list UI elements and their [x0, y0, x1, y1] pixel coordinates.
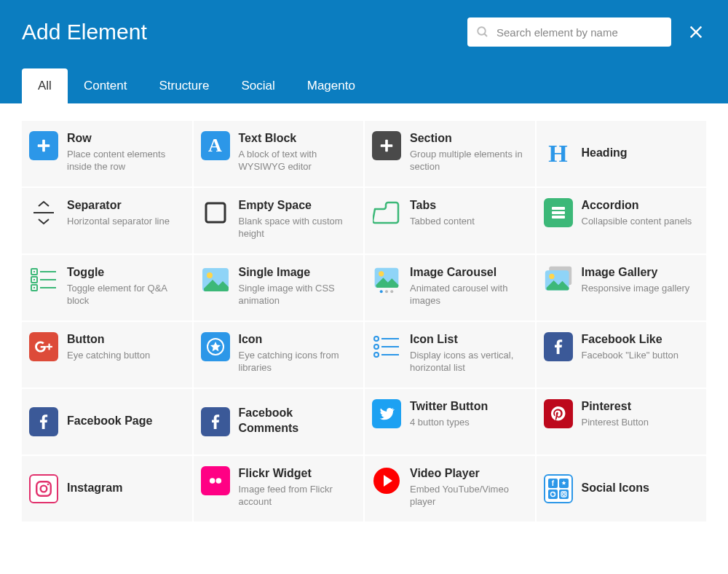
element-description: Toggle element for Q&A block: [67, 282, 185, 307]
image-single-icon: [201, 265, 230, 294]
facebook-icon: [201, 407, 230, 436]
tab-all[interactable]: All: [22, 68, 68, 103]
element-description: Image feed from Flickr account: [239, 483, 357, 508]
element-instagram[interactable]: Instagram: [22, 456, 192, 522]
element-text: Icon ListDisplay icons as vertical, hori…: [410, 332, 528, 374]
element-text: TabsTabbed content: [410, 198, 528, 227]
element-text: Single ImageSingle image with CSS animat…: [239, 265, 357, 307]
icon-list-icon: [372, 332, 401, 361]
close-button[interactable]: [686, 22, 706, 42]
search-box: [467, 17, 671, 47]
element-toggle[interactable]: ToggleToggle element for Q&A block: [22, 255, 192, 321]
plus-dark-icon: [372, 131, 401, 160]
element-tabs[interactable]: TabsTabbed content: [365, 188, 535, 253]
element-title: Row: [67, 131, 185, 146]
separator-icon: [29, 198, 58, 227]
accordion-icon: [544, 198, 573, 227]
svg-point-47: [215, 478, 221, 484]
element-section[interactable]: SectionGroup multiple elements in sectio…: [365, 121, 535, 186]
element-text: ButtonEye catching button: [67, 332, 185, 361]
element-title: Flickr Widget: [239, 466, 357, 481]
element-twitter-button[interactable]: Twitter Button4 button types: [365, 389, 535, 455]
gplus-icon: [29, 332, 58, 361]
svg-point-0: [478, 27, 486, 35]
element-social-icons[interactable]: fSocial Icons: [537, 456, 707, 522]
element-facebook-comments[interactable]: Facebook Comments: [194, 389, 364, 455]
element-image-gallery[interactable]: Image GalleryResponsive image gallery: [537, 255, 707, 321]
element-title: Empty Space: [239, 198, 357, 213]
element-text: PinterestPinterest Button: [582, 399, 700, 428]
element-title: Button: [67, 332, 185, 347]
element-facebook-page[interactable]: Facebook Page: [22, 389, 192, 455]
element-text-block[interactable]: AText BlockA block of text with WYSIWYG …: [194, 121, 364, 186]
tabs: AllContentStructureSocialMagento: [22, 68, 706, 103]
element-flickr-widget[interactable]: Flickr WidgetImage feed from Flickr acco…: [194, 456, 364, 522]
tab-content[interactable]: Content: [68, 68, 143, 103]
element-text: Empty SpaceBlank space with custom heigh…: [239, 198, 357, 240]
element-title: Toggle: [67, 265, 185, 280]
svg-rect-35: [46, 346, 52, 347]
element-accordion[interactable]: AccordionCollapsible content panels: [537, 188, 707, 253]
svg-point-44: [41, 486, 47, 492]
svg-point-46: [209, 478, 215, 484]
svg-rect-5: [38, 144, 50, 147]
empty-square-icon: [201, 198, 230, 227]
element-title: Separator: [67, 198, 185, 213]
element-icon[interactable]: IconEye catching icons from libraries: [194, 322, 364, 388]
svg-rect-7: [381, 144, 393, 147]
element-text: Facebook Comments: [239, 406, 357, 438]
image-carousel-icon: [372, 265, 401, 294]
close-icon: [688, 24, 704, 40]
element-text: Facebook LikeFacebook "Like" button: [582, 332, 700, 361]
search-input[interactable]: [467, 17, 671, 47]
element-facebook-like[interactable]: Facebook LikeFacebook "Like" button: [537, 322, 707, 388]
svg-point-39: [374, 345, 379, 349]
element-title: Heading: [582, 146, 700, 161]
element-title: Pinterest: [582, 399, 700, 414]
element-description: Embed YouTube/Vimeo player: [410, 483, 528, 508]
element-title: Image Gallery: [582, 265, 700, 280]
tab-magento[interactable]: Magento: [291, 68, 371, 103]
element-title: Icon: [239, 332, 357, 347]
element-icon-list[interactable]: Icon ListDisplay icons as vertical, hori…: [365, 322, 535, 388]
element-description: Display icons as vertical, horizontal li…: [410, 349, 528, 374]
element-row[interactable]: RowPlace content elements inside the row: [22, 121, 192, 186]
element-title: Tabs: [410, 198, 528, 213]
element-image-carousel[interactable]: Image CarouselAnimated carousel with ima…: [365, 255, 535, 321]
element-pinterest[interactable]: PinterestPinterest Button: [537, 389, 707, 455]
element-description: A block of text with WYSIWYG editor: [239, 148, 357, 173]
svg-rect-10: [552, 207, 565, 210]
element-video-player[interactable]: Video PlayerEmbed YouTube/Vimeo player: [365, 456, 535, 522]
element-text: AccordionCollapsible content panels: [582, 198, 700, 227]
svg-point-27: [379, 271, 384, 276]
svg-rect-9: [206, 203, 225, 222]
element-text: Flickr WidgetImage feed from Flickr acco…: [239, 466, 357, 508]
element-description: Place content elements inside the row: [67, 148, 185, 173]
element-text: IconEye catching icons from libraries: [239, 332, 357, 374]
element-text: SeparatorHorizontal separator line: [67, 198, 185, 227]
element-separator[interactable]: SeparatorHorizontal separator line: [22, 188, 192, 253]
svg-point-55: [553, 492, 555, 494]
element-description: Eye catching button: [67, 349, 185, 362]
tab-social[interactable]: Social: [225, 68, 290, 103]
element-text: Twitter Button4 button types: [410, 399, 528, 428]
svg-rect-52: [559, 490, 569, 499]
toggle-icon: [29, 265, 58, 294]
element-single-image[interactable]: Single ImageSingle image with CSS animat…: [194, 255, 364, 321]
element-title: Section: [410, 131, 528, 146]
element-button[interactable]: ButtonEye catching button: [22, 322, 192, 388]
element-empty-space[interactable]: Empty SpaceBlank space with custom heigh…: [194, 188, 364, 253]
element-heading[interactable]: HHeading: [537, 121, 707, 186]
element-description: Tabbed content: [410, 215, 528, 228]
element-description: Eye catching icons from libraries: [239, 349, 357, 374]
element-title: Twitter Button: [410, 399, 528, 414]
element-title: Facebook Page: [67, 414, 185, 429]
element-text: Social Icons: [582, 481, 700, 498]
elements-grid: RowPlace content elements inside the row…: [0, 103, 728, 522]
element-text: RowPlace content elements inside the row: [67, 131, 185, 173]
element-title: Single Image: [239, 265, 357, 280]
element-title: Text Block: [239, 131, 357, 146]
header-right: [467, 17, 706, 47]
tab-structure[interactable]: Structure: [143, 68, 225, 103]
svg-point-25: [207, 272, 213, 278]
